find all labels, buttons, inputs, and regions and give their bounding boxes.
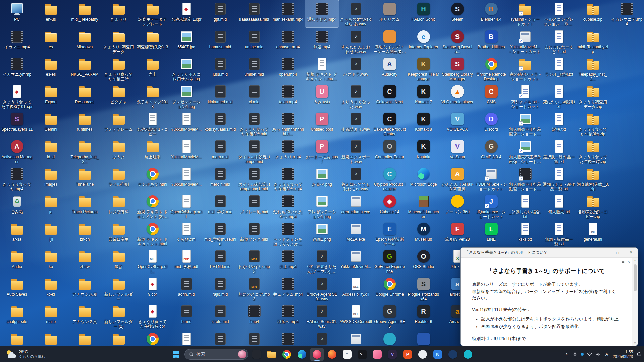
taskbar-app-firefox[interactable]	[325, 348, 339, 361]
taskbar-app-terminal[interactable]: >_	[356, 348, 369, 361]
desktop-icon[interactable]: SSteinberg Downlo...	[440, 27, 474, 55]
desktop-icon[interactable]: TimeTune	[68, 165, 102, 192]
taskbar-app-teal-app[interactable]	[461, 348, 475, 361]
desktop-icon[interactable]: LLINE	[474, 220, 508, 247]
desktop-icon[interactable]: 家の防犯カメラ - ショートカット	[508, 55, 542, 82]
scroll-down-arrow[interactable]: ▼	[632, 340, 638, 346]
desktop-icon[interactable]	[102, 330, 136, 346]
desktop-icon[interactable]: きょうり	[102, 0, 136, 27]
dialog-titlebar[interactable]: 「さよなら手書き 1～9」のサポートについて — □ ✕	[461, 248, 638, 258]
desktop-icon[interactable]: PC	[0, 0, 34, 27]
desktop-icon[interactable]: Uうみ.ustx	[305, 82, 339, 110]
desktop-icon[interactable]: きょうり.mp4	[271, 137, 305, 165]
taskbar-app-k-app[interactable]: K	[431, 348, 444, 361]
taskbar-search[interactable]: 検索	[184, 349, 248, 360]
desktop-icon[interactable]: jijii	[34, 220, 68, 247]
ime-indicator[interactable]: A	[604, 351, 609, 357]
desktop-icon[interactable]: アナウンス夏	[68, 275, 102, 302]
desktop-icon[interactable]	[0, 330, 34, 346]
desktop-icon[interactable]: Gemini	[34, 110, 68, 137]
desktop-icon[interactable]: 001_東北きりたん(ノーマル)_少しゃ...	[305, 247, 339, 275]
desktop-icon[interactable]: 死にたい_ω歌詞.txt	[542, 82, 576, 110]
desktop-icon[interactable]: こっちのdすおf dsbふあ.wav	[339, 0, 373, 27]
desktop-icon[interactable]: klokumed.mid	[203, 82, 237, 110]
desktop-icon[interactable]: 65407.jpg	[169, 27, 203, 55]
desktop-icon[interactable]: HDDFMT.exe - ショートカット	[474, 165, 508, 192]
desktop-icon[interactable]: mid_学校muse.mid	[203, 220, 237, 247]
desktop-icon[interactable]: プレゼンテーション1.jpg	[169, 82, 203, 110]
taskbar-app-navy-app[interactable]	[446, 348, 460, 361]
desktop-icon[interactable]: 小銭詰まり.wav	[339, 110, 373, 137]
desktop-icon[interactable]: PVTNd.mid	[203, 247, 237, 275]
desktop-icon[interactable]: ko-kr	[34, 275, 68, 302]
desktop-icon[interactable]: 路上駐車	[136, 137, 169, 165]
desktop-icon[interactable]: runtimes	[68, 110, 102, 137]
desktop-icon[interactable]: イカマニ.ymmp	[0, 55, 34, 82]
desktop-icon[interactable]	[34, 330, 68, 346]
taskbar-app-p-app[interactable]: P	[401, 348, 414, 361]
desktop-icon[interactable]: メドレー風.mid	[237, 192, 271, 220]
close-button[interactable]: ✕	[624, 248, 638, 257]
desktop-icon[interactable]: SSpectraLayers 11	[0, 110, 34, 137]
desktop-icon[interactable]: fimp4	[237, 302, 271, 330]
desktop-icon[interactable]: teion.mp4	[271, 82, 305, 110]
desktop-icon[interactable]: sirofo.mid	[203, 302, 237, 330]
desktop-icon[interactable]: タイトル未設定, tempo.ong1.mid	[237, 165, 271, 192]
desktop-icon[interactable]: ごみ箱	[0, 192, 34, 220]
desktop-icon[interactable]: ohhayo-.mp4	[271, 27, 305, 55]
desktop-icon[interactable]: パズドラ.wav	[339, 55, 373, 82]
taskbar-app-dark-app[interactable]	[250, 348, 263, 361]
desktop-icon[interactable]: midi_Telepathy.zip	[576, 27, 610, 55]
desktop-icon[interactable]: EEpson 接続診断ツール	[373, 220, 407, 247]
desktop-icon[interactable]: だれもFXいれたやつ.mp4	[271, 192, 305, 220]
desktop-icon[interactable]: mid_学校.mid	[203, 192, 237, 220]
desktop-icon[interactable]: 画像1.png	[305, 220, 339, 247]
desktop-icon[interactable]: ja	[34, 192, 68, 220]
desktop-icon[interactable]: きょうり食ってた.mp4	[0, 165, 34, 192]
desktop-icon[interactable]: Aかんたん！AITalk 3 関西風	[440, 165, 474, 192]
desktop-icon[interactable]: 調査練習(失敗)_3.zip	[576, 165, 610, 192]
desktop-icon[interactable]: Telepathy_Inst_2...	[576, 55, 610, 82]
desktop-icon[interactable]: 名称未設定 1.cpr	[169, 0, 203, 27]
mic-icon[interactable]	[573, 352, 577, 357]
desktop-icon[interactable]: en-us	[34, 0, 68, 27]
desktop-icon[interactable]: タイトル未設定, tempo.mid	[237, 137, 271, 165]
desktop-icon[interactable]: 調査練習(失敗)_3	[136, 27, 169, 55]
desktop-icon[interactable]: kotusytuaaus.mid	[203, 110, 237, 137]
desktop-icon[interactable]: 9.cpr	[136, 275, 169, 302]
desktop-icon[interactable]: jusu.mid	[203, 55, 237, 82]
desktop-icon[interactable]: NKSC_PARAM	[68, 55, 102, 82]
desktop-icon[interactable]: 調査用データテンプレート	[136, 0, 169, 27]
desktop-icon[interactable]: createdump.exe	[339, 192, 373, 220]
desktop-icon[interactable]: CCMS	[474, 82, 508, 110]
menu-icon[interactable]: ≡	[622, 260, 624, 265]
desktop-icon[interactable]: 通知うぜえ.mp4	[305, 0, 339, 27]
taskbar-app-active-pink-app[interactable]	[310, 348, 324, 361]
desktop-icon[interactable]: eInternet Explorer	[407, 27, 440, 55]
desktop-icon[interactable]: 売上	[136, 55, 169, 82]
desktop-icon[interactable]: Resources	[68, 82, 102, 110]
desktop-icon[interactable]: umibet.mid	[237, 55, 271, 82]
desktop-icon[interactable]: ar-sa	[0, 220, 34, 247]
desktop-icon[interactable]: ラジオ_歌詞.txt	[542, 55, 576, 82]
desktop-icon[interactable]: mero.mid	[203, 137, 237, 165]
desktop-icon[interactable]: きょうり食ってた午後3時.cpr	[136, 302, 169, 330]
desktop-icon[interactable]: F筆まめ Ver.28	[440, 220, 474, 247]
desktop-icon[interactable]: SSteam	[440, 0, 474, 27]
desktop-icon[interactable]: MoZA.exe	[339, 220, 373, 247]
desktop-icon[interactable]: aorin.mid	[169, 275, 203, 302]
desktop-icon[interactable]: mid_学校.pdf	[169, 247, 203, 275]
taskbar-app-edge[interactable]	[295, 348, 309, 361]
desktop-icon[interactable]: xl.mid	[237, 82, 271, 110]
desktop-icon[interactable]: イカマニ.mp4	[0, 27, 34, 55]
notification-bell-icon[interactable]	[636, 352, 641, 357]
desktop-icon[interactable]: 答え知ってても恥わこれ.wav	[339, 165, 373, 192]
desktop-icon[interactable]: 名称未設定 1 - コピー	[136, 110, 169, 137]
desktop-icon[interactable]: meroin.mid	[203, 165, 237, 192]
desktop-icon[interactable]: ゆうと	[102, 137, 136, 165]
desktop-icon[interactable]: b.mid	[169, 302, 203, 330]
desktop-icon[interactable]: _起動しない場合.txt	[508, 192, 542, 220]
desktop-icon[interactable]	[136, 330, 169, 346]
desktop-icon[interactable]: テンポあて.html	[136, 165, 169, 192]
desktop-icon[interactable]: ピクチャ	[102, 82, 136, 110]
